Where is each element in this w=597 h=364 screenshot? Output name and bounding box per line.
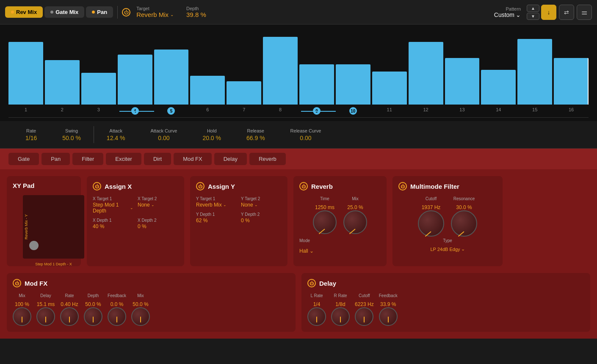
mod-fx-feedback-knob[interactable] [108, 307, 126, 326]
y-target1-value[interactable]: Reverb Mix ⌄ [196, 202, 237, 208]
y-depth2-value[interactable]: 0 % [241, 218, 282, 223]
bar-wrap-9[interactable] [299, 64, 334, 105]
filter-power[interactable] [398, 182, 407, 190]
reverb-mode-select[interactable]: Mode [299, 238, 381, 245]
mod-fx-rate-knob[interactable] [60, 307, 79, 326]
bar-8[interactable] [263, 37, 298, 105]
delay-feedback-knob[interactable] [379, 307, 398, 326]
bar-wrap-10[interactable] [336, 64, 370, 105]
y-depth1-value[interactable]: 62 % [196, 218, 237, 223]
bar-7[interactable] [227, 81, 261, 105]
xy-pad-title: XY Pad [13, 182, 75, 189]
step-num-12: 12 [409, 107, 443, 115]
filter-type[interactable]: Type [398, 238, 497, 245]
x-depth2-value[interactable]: 0 % [138, 223, 178, 229]
bar-wrap-15[interactable] [517, 39, 552, 105]
effect-tab-reverb[interactable]: Reverb [249, 153, 286, 165]
x-depth1-item: X Depth 1 40 % [93, 218, 133, 229]
delay-r-rate-knob[interactable] [331, 307, 350, 326]
import-button[interactable]: ↓ [541, 5, 556, 20]
step-connector-10 [301, 111, 336, 112]
sequencer-divider [8, 117, 589, 118]
bar-4[interactable] [118, 55, 152, 105]
swap-button[interactable]: ⇄ [559, 5, 574, 20]
bar-wrap-5[interactable] [154, 50, 189, 105]
reverb-time-knob[interactable] [313, 210, 337, 234]
bar-wrap-3[interactable] [81, 73, 116, 105]
delay-l-rate-group: L Rate 1/4 [307, 293, 326, 326]
bar-14[interactable] [481, 70, 516, 105]
target-value[interactable]: Reverb Mix ⌄ [136, 11, 174, 18]
effect-tab-gate[interactable]: Gate [8, 153, 39, 165]
mod-fx-power[interactable] [13, 279, 21, 287]
y-target2-value[interactable]: None ⌄ [241, 202, 282, 208]
mod-fx-title: Mod FX [13, 279, 290, 287]
x-target1-value[interactable]: Step Mod 1 Depth ⌄ [93, 202, 133, 214]
reverb-power[interactable] [299, 182, 308, 190]
tab-gate-mix[interactable]: Gate Mix [44, 6, 84, 18]
bar-11[interactable] [372, 72, 407, 105]
settings-button[interactable]: ⚌ [577, 5, 592, 20]
bar-wrap-16[interactable] [554, 58, 589, 105]
mod-fx-depth-knob[interactable] [84, 307, 102, 326]
bar-wrap-2[interactable] [45, 60, 80, 105]
delay-l-rate-knob[interactable] [307, 307, 326, 326]
pattern-up-button[interactable]: ▲ [527, 5, 539, 12]
tab-dot-gate-mix [50, 11, 53, 14]
bar-2[interactable] [45, 60, 80, 105]
mod-fx-mix2-knob[interactable] [131, 307, 150, 326]
bar-wrap-4[interactable] [118, 55, 152, 105]
bar-wrap-12[interactable] [409, 42, 443, 105]
pattern-value[interactable]: Custom ⌄ [494, 11, 521, 18]
x-depth1-value[interactable]: 40 % [93, 223, 133, 229]
bar-wrap-14[interactable] [481, 70, 516, 105]
effect-tab-mod-fx[interactable]: Mod FX [174, 153, 212, 165]
assign-y-grid: Y Target 1 Reverb Mix ⌄ Y Target 2 None … [196, 196, 282, 223]
effect-tab-dirt[interactable]: Dirt [144, 153, 171, 165]
bar-13[interactable] [445, 58, 480, 105]
bar-15[interactable] [517, 39, 552, 105]
up-down-buttons: ▲ ▼ [527, 5, 539, 20]
step-node-10[interactable]: 10 [349, 107, 357, 115]
bar-wrap-7[interactable] [227, 81, 261, 105]
bar-wrap-6[interactable] [190, 76, 225, 105]
mod-fx-mix-knob[interactable] [13, 307, 31, 326]
tab-rev-mix[interactable]: Rev Mix [5, 6, 43, 18]
delay-cutoff-knob[interactable] [355, 307, 373, 326]
reverb-mode-value[interactable]: Hall ⌄ [299, 248, 381, 254]
filter-type-value[interactable]: LP 24dB Edgy ⌄ [398, 246, 497, 252]
assign-x-power[interactable] [93, 182, 101, 190]
bar-wrap-8[interactable] [263, 37, 298, 105]
effect-tab-pan[interactable]: Pan [41, 153, 70, 165]
bar-1[interactable] [8, 42, 43, 105]
bar-16[interactable] [554, 58, 589, 105]
pattern-down-button[interactable]: ▼ [527, 13, 539, 20]
effect-tab-delay[interactable]: Delay [214, 153, 247, 165]
bar-12[interactable] [409, 42, 443, 105]
bar-6[interactable] [190, 76, 225, 105]
filter-cutoff-knob[interactable] [418, 210, 444, 237]
tab-pan[interactable]: Pan [86, 6, 113, 18]
x-target2-value[interactable]: None ⌄ [138, 202, 178, 208]
bar-9[interactable] [299, 64, 334, 105]
xy-dot[interactable] [29, 241, 39, 250]
mod-fx-delay-knob[interactable] [36, 307, 55, 326]
effect-tab-exciter[interactable]: Exciter [106, 153, 141, 165]
bars-container[interactable] [8, 30, 589, 105]
reverb-mix-knob[interactable] [343, 210, 367, 234]
delay-power[interactable] [307, 279, 316, 287]
xy-pad-area[interactable]: Reverb Mix - Y Step Mod 1 Depth - X [23, 195, 84, 259]
bar-10[interactable] [336, 64, 370, 105]
target-power-button[interactable] [122, 8, 130, 17]
bar-5[interactable] [154, 50, 189, 105]
effect-tab-filter[interactable]: Filter [72, 153, 103, 165]
bar-wrap-1[interactable] [8, 42, 43, 105]
bar-3[interactable] [81, 73, 116, 105]
step-node-5[interactable]: 5 [167, 107, 175, 115]
bar-wrap-13[interactable] [445, 58, 480, 105]
assign-y-power[interactable] [196, 182, 205, 190]
filter-resonance-knob[interactable] [451, 210, 477, 237]
filter-resonance-group: Resonance 30.0 % [451, 196, 477, 237]
y-target2-item: Y Target 2 None ⌄ [241, 196, 282, 208]
bar-wrap-11[interactable] [372, 72, 407, 105]
